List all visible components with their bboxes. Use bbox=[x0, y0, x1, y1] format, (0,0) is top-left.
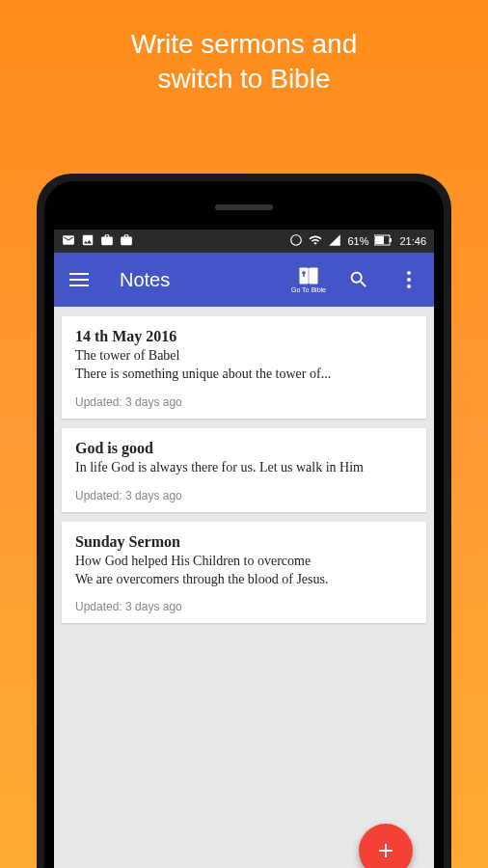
battery-icon bbox=[374, 234, 393, 248]
add-note-fab[interactable] bbox=[359, 824, 413, 868]
promo-line1: Write sermons and bbox=[131, 29, 357, 59]
bible-button-label: Go To Bible bbox=[291, 286, 326, 293]
promo-line2: switch to Bible bbox=[158, 64, 331, 94]
svg-rect-2 bbox=[390, 238, 392, 242]
promo-heading: Write sermons and switch to Bible bbox=[0, 0, 488, 117]
more-vert-icon bbox=[407, 271, 411, 288]
svg-point-8 bbox=[407, 278, 411, 282]
notes-list: 14 th May 2016 The tower of BabelThere i… bbox=[54, 307, 434, 633]
app-bar: Notes Go To Bible bbox=[54, 253, 434, 307]
phone-screen: 61% 21:46 Notes Go To Bible bbox=[54, 230, 434, 868]
note-updated: Updated: 3 days ago bbox=[75, 395, 413, 409]
go-to-bible-button[interactable]: Go To Bible bbox=[291, 266, 326, 293]
menu-button[interactable] bbox=[62, 262, 96, 297]
svg-point-9 bbox=[407, 285, 411, 288]
note-title: 14 th May 2016 bbox=[75, 328, 413, 345]
note-card[interactable]: Sunday Sermon How God helped His Childre… bbox=[62, 522, 426, 624]
wifi-icon bbox=[309, 233, 322, 249]
briefcase-icon-2 bbox=[120, 233, 133, 249]
status-right: 61% 21:46 bbox=[289, 233, 426, 249]
svg-rect-1 bbox=[375, 236, 384, 244]
battery-text: 61% bbox=[347, 235, 368, 247]
phone-inner: 61% 21:46 Notes Go To Bible bbox=[44, 181, 444, 868]
search-button[interactable] bbox=[341, 262, 376, 297]
overflow-button[interactable] bbox=[392, 262, 426, 297]
note-title: God is good bbox=[75, 440, 413, 457]
phone-speaker bbox=[215, 204, 273, 210]
note-card[interactable]: God is good In life God is always there … bbox=[62, 428, 426, 512]
hamburger-icon bbox=[69, 272, 89, 287]
alarm-icon bbox=[289, 233, 303, 249]
bible-icon bbox=[298, 266, 319, 285]
search-icon bbox=[348, 269, 369, 290]
status-bar: 61% 21:46 bbox=[54, 230, 434, 253]
note-body: How God helped His Children to overcomeW… bbox=[75, 553, 413, 589]
plus-icon bbox=[374, 839, 397, 862]
note-updated: Updated: 3 days ago bbox=[75, 600, 413, 613]
phone-frame: 61% 21:46 Notes Go To Bible bbox=[37, 174, 451, 868]
briefcase-icon bbox=[100, 233, 114, 249]
app-title: Notes bbox=[120, 269, 276, 291]
note-body: In life God is always there for us. Let … bbox=[75, 459, 413, 477]
note-body: The tower of BabelThere is something uni… bbox=[75, 347, 413, 384]
note-updated: Updated: 3 days ago bbox=[75, 489, 413, 502]
image-icon bbox=[81, 233, 95, 249]
status-time: 21:46 bbox=[399, 235, 426, 247]
status-left bbox=[62, 233, 133, 249]
note-title: Sunday Sermon bbox=[75, 533, 413, 551]
note-card[interactable]: 14 th May 2016 The tower of BabelThere i… bbox=[62, 316, 426, 419]
svg-point-7 bbox=[407, 271, 411, 275]
mail-icon bbox=[62, 233, 75, 249]
signal-icon bbox=[328, 233, 341, 249]
